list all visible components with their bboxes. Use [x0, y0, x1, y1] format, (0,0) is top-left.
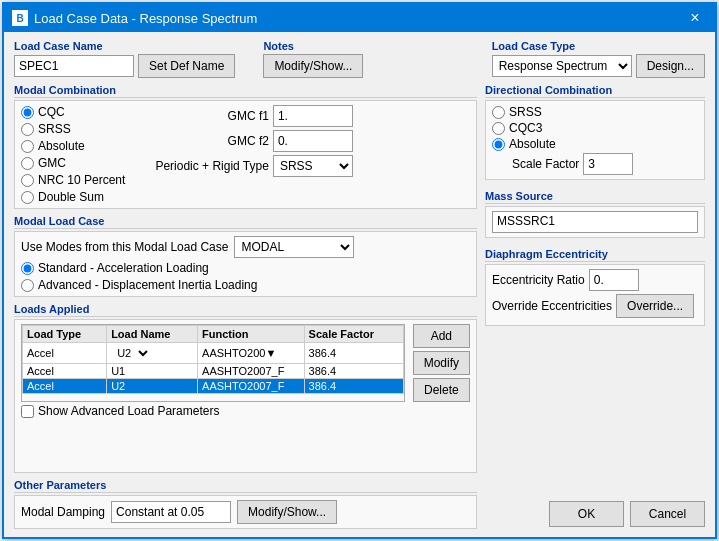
loads-table-wrapper: Load Type Load Name Function Scale Facto…: [21, 324, 405, 418]
cancel-button[interactable]: Cancel: [630, 501, 705, 527]
app-icon: B: [12, 10, 28, 26]
override-button[interactable]: Override...: [616, 294, 694, 318]
loads-table-container[interactable]: Load Type Load Name Function Scale Facto…: [21, 324, 405, 402]
radio-advanced-input[interactable]: [21, 279, 34, 292]
load-case-type-label: Load Case Type: [492, 40, 705, 52]
load-case-type-select[interactable]: Response Spectrum: [492, 55, 632, 77]
add-load-button[interactable]: Add: [413, 324, 470, 348]
radio-absolute-label: Absolute: [38, 139, 85, 153]
radio-srss-input[interactable]: [21, 123, 34, 136]
scale-factor-input[interactable]: [583, 153, 633, 175]
design-button[interactable]: Design...: [636, 54, 705, 78]
cell-scale-2: 386.4: [304, 364, 403, 379]
diaphragm-eccentricity-box: Eccentricity Ratio Override Eccentriciti…: [485, 264, 705, 326]
cell-type-1: Accel: [23, 343, 107, 364]
override-eccentricities-row: Override Eccentricities Override...: [492, 294, 698, 318]
other-params-title: Other Parameters: [14, 479, 477, 493]
radio-nrc10: NRC 10 Percent: [21, 173, 125, 187]
show-advanced-checkbox[interactable]: [21, 405, 34, 418]
cell-name-3: U2: [107, 379, 198, 394]
delete-load-button[interactable]: Delete: [413, 378, 470, 402]
periodic-select[interactable]: SRSS: [273, 155, 353, 177]
radio-dir-srss: SRSS: [492, 105, 698, 119]
left-panel: Modal Combination CQC SRSS: [14, 84, 477, 529]
load-name-select-1[interactable]: U2: [111, 344, 151, 362]
radio-dir-cqc3: CQC3: [492, 121, 698, 135]
modal-combination-inner: CQC SRSS Absolute: [21, 105, 470, 204]
loads-applied-box: Load Type Load Name Function Scale Facto…: [14, 319, 477, 473]
radio-dir-absolute-input[interactable]: [492, 138, 505, 151]
other-params-row: Modal Damping Modify/Show...: [21, 500, 470, 524]
close-button[interactable]: ×: [683, 8, 707, 28]
radio-gmc-input[interactable]: [21, 157, 34, 170]
radio-gmc: GMC: [21, 156, 125, 170]
cell-function-1: AASHTO200▼: [198, 343, 305, 364]
cell-type-3: Accel: [23, 379, 107, 394]
diaphragm-eccentricity-section: Diaphragm Eccentricity Eccentricity Rati…: [485, 248, 705, 330]
mass-source-value: MSSSRC1: [492, 211, 698, 233]
radio-advanced-label: Advanced - Displacement Inertia Loading: [38, 278, 257, 292]
radio-cqc: CQC: [21, 105, 125, 119]
mass-source-box: MSSSRC1: [485, 206, 705, 238]
dialog-content: Load Case Name Set Def Name Notes Modify…: [4, 32, 715, 537]
modal-combination-box: CQC SRSS Absolute: [14, 100, 477, 209]
radio-advanced: Advanced - Displacement Inertia Loading: [21, 278, 470, 292]
radio-dir-absolute-label: Absolute: [509, 137, 556, 151]
radio-standard-input[interactable]: [21, 262, 34, 275]
modify-load-button[interactable]: Modify: [413, 351, 470, 375]
radio-nrc10-label: NRC 10 Percent: [38, 173, 125, 187]
col-function: Function: [198, 326, 305, 343]
notes-modify-button[interactable]: Modify/Show...: [263, 54, 363, 78]
modal-combination-radios: CQC SRSS Absolute: [21, 105, 125, 204]
radio-dir-absolute: Absolute: [492, 137, 698, 151]
dialog-load-case-data: B Load Case Data - Response Spectrum × L…: [2, 2, 717, 539]
table-row[interactable]: Accel U1 AASHTO2007_F 386.4: [23, 364, 404, 379]
override-eccentricities-label: Override Eccentricities: [492, 299, 612, 313]
notes-label: Notes: [263, 40, 363, 52]
load-case-name-input[interactable]: [14, 55, 134, 77]
modal-damping-label: Modal Damping: [21, 505, 105, 519]
gmc-section: GMC f1 GMC f2 Periodic + Rigid Type: [155, 105, 353, 204]
set-def-name-button[interactable]: Set Def Name: [138, 54, 235, 78]
loads-applied-title: Loads Applied: [14, 303, 477, 317]
modal-damping-value[interactable]: [111, 501, 231, 523]
eccentricity-ratio-row: Eccentricity Ratio: [492, 269, 698, 291]
load-case-type-group: Load Case Type Response Spectrum Design.…: [492, 40, 705, 78]
modal-damping-modify-button[interactable]: Modify/Show...: [237, 500, 337, 524]
table-row[interactable]: Accel U2 AASHTO200▼ 386.4: [23, 343, 404, 364]
advanced-row: Show Advanced Load Parameters: [21, 404, 405, 418]
radio-doublesum-input[interactable]: [21, 191, 34, 204]
col-scale-factor: Scale Factor: [304, 326, 403, 343]
diaphragm-eccentricity-title: Diaphragm Eccentricity: [485, 248, 705, 262]
radio-standard: Standard - Acceleration Loading: [21, 261, 470, 275]
radio-dir-cqc3-input[interactable]: [492, 122, 505, 135]
ok-button[interactable]: OK: [549, 501, 624, 527]
col-load-type: Load Type: [23, 326, 107, 343]
radio-dir-srss-label: SRSS: [509, 105, 542, 119]
mass-source-section: Mass Source MSSSRC1: [485, 190, 705, 242]
cell-name-1: U2: [107, 343, 198, 364]
modal-load-case-section: Modal Load Case Use Modes from this Moda…: [14, 215, 477, 297]
eccentricity-ratio-input[interactable]: [589, 269, 639, 291]
use-modes-label: Use Modes from this Modal Load Case: [21, 240, 228, 254]
gmc-f1-input[interactable]: [273, 105, 353, 127]
periodic-row: Periodic + Rigid Type SRSS: [155, 155, 353, 177]
radio-nrc10-input[interactable]: [21, 174, 34, 187]
radio-dir-srss-input[interactable]: [492, 106, 505, 119]
radio-standard-label: Standard - Acceleration Loading: [38, 261, 209, 275]
radio-absolute-input[interactable]: [21, 140, 34, 153]
show-advanced-label: Show Advanced Load Parameters: [38, 404, 219, 418]
modal-load-case-select[interactable]: MODAL: [234, 236, 354, 258]
radio-doublesum: Double Sum: [21, 190, 125, 204]
title-bar-left: B Load Case Data - Response Spectrum: [12, 10, 257, 26]
dir-comb-radios: SRSS CQC3 Absolute Scale Fac: [492, 105, 698, 175]
loads-table: Load Type Load Name Function Scale Facto…: [22, 325, 404, 394]
gmc-f2-label: GMC f2: [228, 134, 269, 148]
radio-srss: SRSS: [21, 122, 125, 136]
modal-combination-title: Modal Combination: [14, 84, 477, 98]
gmc-f2-input[interactable]: [273, 130, 353, 152]
radio-cqc-input[interactable]: [21, 106, 34, 119]
cell-name-2: U1: [107, 364, 198, 379]
table-row[interactable]: Accel U2 AASHTO2007_F 386.4: [23, 379, 404, 394]
notes-group: Notes Modify/Show...: [263, 40, 363, 78]
